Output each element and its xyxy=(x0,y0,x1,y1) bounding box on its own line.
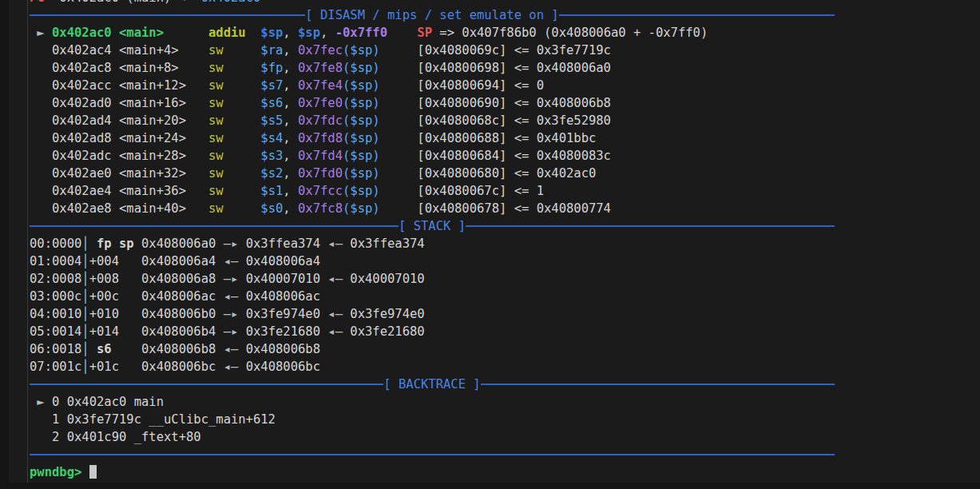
text-segment: 2 0x401c90 _ftext+80 xyxy=(30,430,201,444)
text-segment xyxy=(224,43,261,58)
text-segment: , xyxy=(283,43,298,58)
section-rule xyxy=(481,384,835,385)
text-segment: , xyxy=(283,131,298,145)
text-segment xyxy=(30,184,52,198)
text-segment: ► xyxy=(30,395,52,409)
text-segment xyxy=(30,78,52,93)
text-segment: $sp xyxy=(260,26,283,40)
text-segment: ◂— xyxy=(216,342,245,356)
text-segment: 0x402acc <main+12> xyxy=(52,78,208,93)
text-segment xyxy=(380,43,418,58)
text-segment: SP xyxy=(417,26,432,40)
text-segment: sw xyxy=(208,43,224,58)
text-segment xyxy=(380,149,418,163)
text-segment: 0x402ac4 <main+4> xyxy=(52,43,208,58)
text-segment: 0x408006b0 xyxy=(141,307,216,321)
text-segment: 07:001c xyxy=(30,360,81,374)
text-segment: —▸ xyxy=(216,324,245,339)
text-segment: ($sp) xyxy=(343,78,380,93)
text-segment: +010 xyxy=(89,307,141,321)
text-segment xyxy=(380,113,418,128)
text-segment: 0x3fe974e0 xyxy=(350,307,424,321)
text-segment: ($sp) xyxy=(343,43,380,58)
text-segment: [0x40800694] <= 0 xyxy=(417,78,544,93)
text-segment: 0x7fe8 xyxy=(298,61,343,75)
text-segment: 0x408006bc xyxy=(246,360,320,374)
text-segment xyxy=(387,26,417,40)
disasm-section-header: [ DISASM / mips / set emulate on ] xyxy=(9,6,835,24)
stack-entry: 07:001c│+01c 0x408006bc ◂— 0x408006bc xyxy=(9,358,980,376)
text-segment: ($sp) xyxy=(343,113,380,128)
text-segment: 0x408006b8 xyxy=(246,342,320,356)
text-segment: [0x4080068c] <= 0x3fe52980 xyxy=(417,113,611,128)
text-segment: —▸ xyxy=(216,237,245,251)
text-segment: 04:0010 xyxy=(30,307,81,321)
disasm-instruction: 0x402ae0 <main+32> sw $s2, 0x7fd0($sp) [… xyxy=(9,165,980,182)
text-segment: 0x408006a0 xyxy=(141,237,216,251)
text-segment xyxy=(224,61,261,75)
text-segment: 0x402ae8 <main+40> xyxy=(52,201,208,216)
context-end-rule xyxy=(9,446,835,463)
text-segment: ($sp) xyxy=(343,61,380,75)
text-segment: 0x402ac8 <main+8> xyxy=(52,61,208,75)
text-segment: 0x7fec xyxy=(298,43,343,58)
text-segment: => 0x407f86b0 (0x408006a0 + -0x7ff0) xyxy=(432,26,708,40)
text-segment: 0x402ad0 <main+16> xyxy=(52,96,208,110)
section-rule xyxy=(30,14,305,16)
text-segment: 0 0x402ac0 main xyxy=(52,395,164,409)
text-segment xyxy=(30,131,52,145)
text-segment: sw xyxy=(208,166,224,181)
text-segment: 0x3fe21680 xyxy=(350,324,424,339)
text-segment: $s2 xyxy=(260,166,283,181)
disasm-instruction: 0x402ae4 <main+36> sw $s1, 0x7fcc($sp) [… xyxy=(9,182,980,200)
text-segment: ◂— xyxy=(179,0,201,5)
text-segment: 0x402ac0 <main> xyxy=(52,26,164,40)
text-segment: sw xyxy=(208,201,224,216)
text-segment: , xyxy=(283,61,298,75)
text-segment: $s4 xyxy=(260,131,283,145)
text-segment: 0x408006ac xyxy=(141,289,216,304)
text-segment: ◂— xyxy=(216,360,245,374)
text-segment xyxy=(380,184,418,198)
text-segment xyxy=(30,201,52,216)
terminal-output[interactable]: PC 0x402ac0 (main) ◂— 0x402ac0[ DISASM /… xyxy=(9,0,980,483)
text-segment: ($sp) xyxy=(343,201,380,216)
text-segment: │ xyxy=(81,254,89,268)
text-segment xyxy=(224,96,261,110)
stack-entry: 03:000c│+00c 0x408006ac ◂— 0x408006ac xyxy=(9,288,980,305)
text-segment: 0x402adc <main+28> xyxy=(52,149,208,163)
text-segment: sw xyxy=(208,131,224,145)
disasm-instruction: 0x402adc <main+28> sw $s3, 0x7fd4($sp) [… xyxy=(9,147,980,165)
text-segment: ◂— xyxy=(320,324,350,339)
section-rule xyxy=(559,14,835,16)
registers-pc-line: PC 0x402ac0 (main) ◂— 0x402ac0 xyxy=(9,0,980,6)
text-segment: 0x402ae0 <main+32> xyxy=(52,166,208,181)
text-segment: 0x7fe0 xyxy=(298,96,343,110)
text-segment: PC xyxy=(30,0,45,5)
command-prompt-line[interactable]: pwndbg> xyxy=(9,463,980,481)
text-segment: ($sp) xyxy=(343,166,380,181)
text-segment: 0x408006b4 xyxy=(141,324,216,339)
text-segment: +01c xyxy=(89,360,141,374)
text-segment: , xyxy=(283,26,298,40)
text-segment: sw xyxy=(208,96,224,110)
text-segment: 1 0x3fe7719c __uClibc_main+612 xyxy=(30,412,276,427)
text-segment: fp sp xyxy=(97,237,134,251)
text-segment: sw xyxy=(208,61,224,75)
text-segment: +004 xyxy=(89,254,141,268)
text-segment: 0x40007010 xyxy=(246,272,320,286)
text-segment: 0x402ad8 <main+24> xyxy=(52,131,208,145)
text-segment: ◂— xyxy=(216,254,245,268)
text-segment: 0x7fdc xyxy=(298,113,343,128)
stack-entry: 04:0010│+010 0x408006b0 —▸ 0x3fe974e0 ◂—… xyxy=(9,305,980,323)
text-segment: $s0 xyxy=(260,201,283,216)
text-segment: │ xyxy=(81,237,89,251)
text-segment xyxy=(224,184,261,198)
text-segment: 0x408006b8 xyxy=(141,342,216,356)
disasm-instruction: 0x402acc <main+12> sw $s7, 0x7fe4($sp) [… xyxy=(9,77,980,94)
text-segment: 0x3ffea374 xyxy=(350,237,424,251)
text-segment: , xyxy=(283,113,298,128)
text-segment: 0x7fcc xyxy=(298,184,343,198)
text-segment xyxy=(224,149,261,163)
text-segment: [0x40800678] <= 0x40800774 xyxy=(417,201,611,216)
